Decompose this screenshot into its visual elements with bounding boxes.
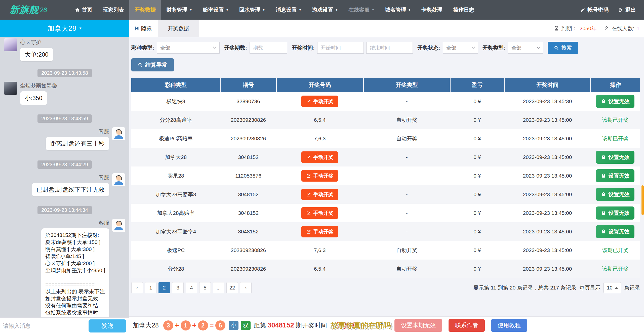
chat-timestamp: 2023-09-23 13:44:34 — [37, 206, 92, 214]
online-count-value: 1 — [636, 25, 639, 31]
column-header: 开奖时间 — [504, 78, 591, 92]
edit-icon — [306, 174, 311, 178]
nav-item-odds[interactable]: 赔率设置▼ — [197, 0, 234, 20]
main-area: 彩种类型: 全部 开奖期数: 开奖时间: 开奖状态: — [129, 37, 644, 334]
set-invalid-button[interactable]: 设置无效 — [596, 169, 634, 182]
pagination-row: ‹12345...22› 显示第 11 到第 20 条记录，总共 217 条记录… — [131, 282, 640, 293]
size-tag: 小 — [229, 321, 238, 330]
manual-draw-button[interactable]: 手动开奖 — [301, 151, 338, 163]
lock-icon — [601, 99, 606, 104]
nav-item-games[interactable]: 游戏设置▼ — [307, 0, 343, 20]
tutorial-button[interactable]: 使用教程 — [491, 319, 527, 332]
message-bubble: 第3048152期下注核对:夏末de蔷薇:[ 大单:150 ]明白莫懂:[ 大单… — [41, 228, 109, 317]
issue-number-input[interactable] — [250, 42, 287, 54]
chevron-down-icon — [213, 45, 217, 49]
hide-sidebar-button[interactable]: 隐藏 — [134, 20, 152, 37]
nav-item-label: 消息设置 — [276, 6, 297, 13]
nav-item-finance[interactable]: 财务管理▼ — [161, 0, 197, 20]
nav-item-home[interactable]: 首页 — [69, 0, 98, 20]
draw-status-value: 全部 — [446, 45, 456, 51]
collapse-caret[interactable]: ^ — [380, 321, 383, 329]
page-ellipsis[interactable]: ... — [213, 282, 224, 293]
nav-menu: 首页玩家列表开奖数据财务管理▼赔率设置▼回水管理▼消息设置▼游戏设置▼在线客服▼… — [69, 0, 479, 20]
cell-profit: 0 ¥ — [450, 241, 504, 260]
scrollbar-thumb[interactable] — [641, 185, 644, 215]
nav-item-draw-data[interactable]: 开奖数据 — [129, 0, 161, 20]
search-button[interactable]: 搜索 — [548, 42, 578, 54]
manual-draw-button[interactable]: 手动开奖 — [301, 170, 338, 182]
send-button[interactable]: 发送 — [89, 319, 126, 332]
nav-item-card-award[interactable]: 卡奖处理 — [416, 0, 448, 20]
manual-draw-button[interactable]: 手动开奖 — [301, 96, 338, 107]
tab-bar: 隐藏 开奖数据 到期： 2050年 在线人数: 1 — [129, 20, 644, 37]
sender-name: 心ㄨ守护 — [20, 39, 53, 46]
drawn-status-text: 该期已开奖 — [602, 247, 628, 253]
top-navbar: 新旗舰 28 首页玩家列表开奖数据财务管理▼赔率设置▼回水管理▼消息设置▼游戏设… — [0, 0, 644, 20]
set-current-invalid-button[interactable]: 设置本期无效 — [394, 319, 442, 332]
chat-panel: 心ㄨ守护大单:2002023-09-23 13:43:58尘烟梦雨如墨染小:35… — [0, 37, 129, 334]
nav-item-messages[interactable]: 消息设置▼ — [270, 0, 307, 20]
page-5[interactable]: 5 — [199, 282, 211, 293]
set-invalid-button[interactable]: 设置无效 — [596, 151, 634, 164]
pencil-icon — [580, 8, 585, 12]
set-invalid-button[interactable]: 设置无效 — [596, 188, 634, 201]
page-22[interactable]: 22 — [226, 282, 238, 293]
per-page-label: 每页显示 — [579, 284, 600, 291]
nav-item-logs[interactable]: 操作日志 — [448, 0, 479, 20]
account-password-button[interactable]: 帐号密码 — [580, 6, 609, 13]
cell-issue: 3048152 — [220, 148, 276, 166]
message-line: 心ㄨ守护:[ 大单:200 ] — [45, 260, 105, 267]
cell-profit: 0 ¥ — [450, 222, 504, 241]
manual-draw-button[interactable]: 手动开奖 — [301, 189, 338, 200]
cell-draw-code: 7,6,3 — [276, 241, 363, 260]
service-avatar — [112, 219, 125, 232]
page-next[interactable]: › — [240, 282, 252, 293]
manual-draw-button[interactable]: 手动开奖 — [301, 226, 338, 237]
draw-status-select[interactable]: 全部 — [443, 42, 478, 54]
cell-action: 该期已开奖 — [591, 241, 640, 260]
table-row: 加拿大28高赔率33048152手动开奖-0 ¥2023-09-23 13:45… — [131, 185, 640, 204]
current-issue-number: 3048152 — [268, 321, 294, 329]
logout-label: 退出 — [625, 6, 636, 13]
lottery-type-label: 彩种类型: — [131, 44, 154, 51]
column-header: 开奖号码 — [276, 78, 363, 92]
chat-message-body: 客服距离封盘还有三十秒 — [46, 127, 109, 150]
page-1[interactable]: 1 — [145, 282, 156, 293]
page-prev[interactable]: ‹ — [131, 282, 143, 293]
set-invalid-button[interactable]: 设置无效 — [596, 206, 634, 220]
set-invalid-button[interactable]: 设置无效 — [596, 95, 634, 108]
lottery-type-select[interactable]: 全部 — [157, 42, 220, 54]
nav-item-rebate[interactable]: 回水管理▼ — [234, 0, 270, 20]
message-line: 明白莫懂:[ 大单:300 ] — [45, 246, 105, 253]
manual-draw-button[interactable]: 手动开奖 — [301, 207, 338, 219]
settlement-exception-button[interactable]: 结算异常 — [131, 58, 174, 71]
status-bar-buttons: 设置本期无效 联系作者 使用教程 — [394, 319, 527, 332]
chat-message-input[interactable] — [3, 323, 86, 329]
nav-item-support[interactable]: 在线客服▼ — [343, 0, 380, 20]
cell-issue: 112053876 — [220, 166, 276, 185]
end-time-input[interactable] — [366, 42, 413, 54]
logout-button[interactable]: 退出 — [618, 6, 636, 13]
per-page-select[interactable]: 10 — [603, 282, 621, 293]
records-summary: 显示第 11 到第 20 条记录，总共 217 条记录 每页显示 10 条记录 — [473, 282, 640, 293]
table-row: 宾果28112053876手动开奖-0 ¥2023-09-23 13:45:00… — [131, 166, 640, 185]
page-3[interactable]: 3 — [172, 282, 184, 293]
chevron-down-icon — [471, 45, 475, 49]
set-invalid-button[interactable]: 设置无效 — [596, 225, 634, 238]
caret-up-icon — [615, 287, 618, 289]
draw-type-select[interactable]: 全部 — [508, 42, 543, 54]
contact-author-button[interactable]: 联系作者 — [449, 319, 485, 332]
page-4[interactable]: 4 — [186, 282, 197, 293]
parity-tag: 双 — [241, 321, 251, 330]
page-2[interactable]: 2 — [158, 282, 170, 293]
start-time-input[interactable] — [317, 42, 364, 54]
nav-item-players[interactable]: 玩家列表 — [98, 0, 129, 20]
cell-lottery-type: 极速快3 — [131, 92, 220, 111]
nav-item-label: 开奖数据 — [135, 6, 156, 13]
cell-draw-code: 7,6,3 — [276, 129, 363, 148]
search-label: 搜索 — [561, 44, 572, 51]
tab-draw-data[interactable]: 开奖数据 — [158, 20, 199, 37]
nav-item-domains[interactable]: 域名管理▼ — [380, 0, 416, 20]
message-line: 以上未列出的.表示未下注 — [45, 288, 105, 295]
chat-room-selector[interactable]: 加拿大28 ▼ — [0, 20, 129, 37]
